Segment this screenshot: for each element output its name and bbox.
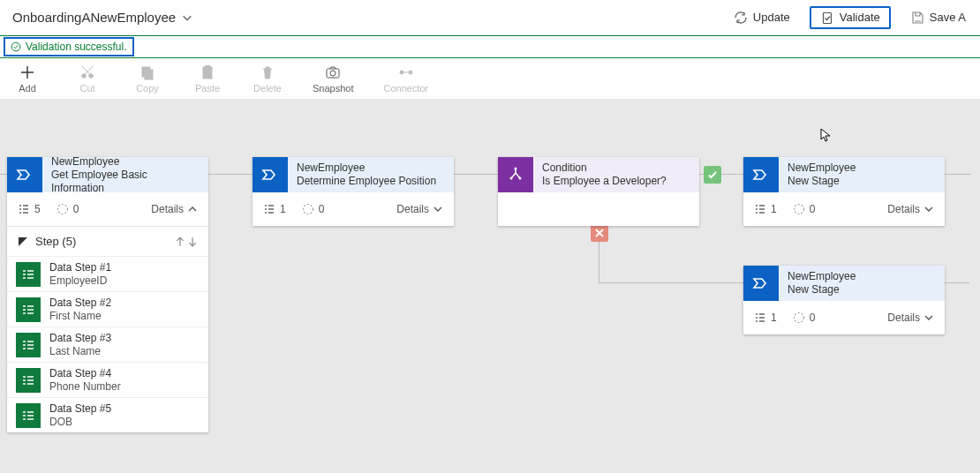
step-count: 1	[263, 203, 286, 215]
details-toggle[interactable]: Details	[151, 203, 198, 215]
stage-titles: Condition Is Employee a Developer?	[533, 157, 699, 192]
arrow-up-icon	[175, 236, 185, 247]
scissors-icon	[79, 64, 95, 80]
step-count: 5	[18, 203, 41, 215]
stage-card-1[interactable]: NewEmployee Get Employee Basic Informati…	[7, 157, 208, 432]
check-circle-icon	[11, 41, 21, 52]
data-step-row[interactable]: Data Step #1EmployeeID	[7, 256, 208, 291]
stage-icon	[743, 266, 779, 301]
stage-entity: Condition	[542, 161, 690, 175]
validation-bar: Validation successful.	[0, 35, 980, 58]
data-step-row[interactable]: Data Step #3Last Name	[7, 327, 208, 362]
chevron-down-icon	[923, 204, 934, 214]
stage-card-5[interactable]: NewEmployee New Stage 1 0 Details	[743, 266, 945, 334]
form-field-icon	[16, 333, 41, 357]
svg-rect-0	[823, 12, 831, 23]
validate-label: Validate	[840, 11, 880, 24]
details-toggle[interactable]: Details	[396, 203, 443, 215]
details-toggle[interactable]: Details	[887, 203, 934, 215]
details-toggle[interactable]: Details	[887, 312, 934, 324]
condition-card[interactable]: Condition Is Employee a Developer?	[498, 157, 699, 226]
chevron-down-icon	[923, 312, 934, 323]
stage-meta-bar: 1 0 Details	[743, 192, 945, 226]
header-title-group[interactable]: OnboardingANewEmployee	[12, 10, 193, 25]
trash-icon	[260, 64, 275, 80]
validation-badge: Validation successful.	[4, 37, 134, 56]
data-step-row[interactable]: Data Step #2First Name	[7, 291, 208, 327]
delete-button[interactable]: Delete	[253, 64, 283, 94]
paste-icon	[200, 64, 215, 80]
update-button[interactable]: Update	[727, 7, 797, 28]
paste-button[interactable]: Paste	[192, 64, 222, 94]
stage-header: NewEmployee Determine Employee Position	[253, 157, 454, 192]
copy-button[interactable]: Copy	[132, 64, 162, 94]
triangle-collapse-icon	[18, 236, 28, 247]
stage-name: Get Employee Basic Information	[51, 169, 200, 195]
snapshot-label: Snapshot	[313, 83, 353, 94]
refresh-icon	[734, 11, 748, 25]
form-field-icon	[16, 368, 41, 393]
validation-message: Validation successful.	[26, 41, 127, 53]
stage-entity: NewEmployee	[297, 161, 445, 175]
chevron-up-icon	[187, 204, 198, 214]
svg-point-15	[510, 177, 513, 180]
stage-titles: NewEmployee Determine Employee Position	[288, 157, 454, 192]
mouse-cursor-icon	[819, 128, 833, 142]
cut-button[interactable]: Cut	[72, 64, 102, 94]
step-count: 1	[754, 312, 777, 324]
flow-title: OnboardingANewEmployee	[12, 10, 176, 25]
clipboard-check-icon	[820, 11, 834, 25]
condition-yes-badge	[704, 166, 721, 184]
clock-dashed-icon	[57, 203, 69, 215]
flow-canvas[interactable]: NewEmployee Get Employee Basic Informati…	[0, 99, 980, 473]
stage-card-2[interactable]: NewEmployee Determine Employee Position …	[253, 157, 454, 226]
list-icon	[754, 203, 766, 215]
stage-card-4[interactable]: NewEmployee New Stage 1 0 Details	[743, 157, 945, 226]
stage-entity: NewEmployee	[51, 155, 200, 169]
svg-point-13	[303, 205, 313, 214]
stage-titles: NewEmployee Get Employee Basic Informati…	[42, 157, 208, 192]
stage-name: New Stage	[788, 283, 936, 297]
stage-icon	[253, 157, 288, 192]
duration: 0	[793, 203, 816, 215]
step-count: 1	[754, 203, 777, 215]
stage-header: Condition Is Employee a Developer?	[498, 157, 699, 192]
svg-point-11	[409, 71, 412, 74]
paste-label: Paste	[195, 83, 220, 94]
check-icon	[707, 169, 718, 180]
save-as-button[interactable]: Save A	[903, 7, 973, 28]
snapshot-button[interactable]: Snapshot	[313, 64, 353, 94]
add-button[interactable]: Add	[12, 64, 42, 94]
stage-header: NewEmployee New Stage	[743, 157, 945, 192]
stage-header: NewEmployee New Stage	[743, 266, 945, 301]
svg-point-2	[82, 73, 87, 78]
svg-point-16	[519, 177, 522, 180]
arrow-down-icon	[187, 236, 198, 247]
validate-button[interactable]: Validate	[810, 6, 891, 29]
duration: 0	[793, 312, 816, 324]
svg-rect-7	[206, 65, 210, 68]
stage-entity: NewEmployee	[788, 270, 936, 283]
connector-icon	[398, 64, 414, 80]
save-label: Save A	[930, 11, 966, 24]
header-actions: Update Validate Save A	[727, 6, 973, 29]
stage-meta-bar: 1 0 Details	[743, 301, 945, 334]
copy-icon	[139, 64, 155, 80]
svg-point-3	[89, 73, 94, 78]
cut-label: Cut	[79, 83, 94, 94]
clock-dashed-icon	[793, 312, 805, 324]
data-step-row[interactable]: Data Step #5DOB	[7, 397, 208, 432]
camera-icon	[325, 64, 341, 80]
data-step-row[interactable]: Data Step #4Phone Number	[7, 362, 208, 397]
sort-arrows[interactable]	[175, 236, 198, 247]
form-field-icon	[16, 262, 41, 287]
clock-dashed-icon	[302, 203, 314, 215]
connector-button[interactable]: Connector	[383, 64, 428, 94]
svg-point-14	[515, 168, 517, 170]
chevron-down-icon	[433, 204, 443, 214]
steps-section-header[interactable]: Step (5)	[7, 226, 208, 256]
stage-meta-bar: 5 0 Details	[7, 192, 208, 226]
step-text: Data Step #5DOB	[49, 402, 111, 428]
step-text: Data Step #1EmployeeID	[49, 261, 111, 287]
list-icon	[18, 203, 30, 215]
